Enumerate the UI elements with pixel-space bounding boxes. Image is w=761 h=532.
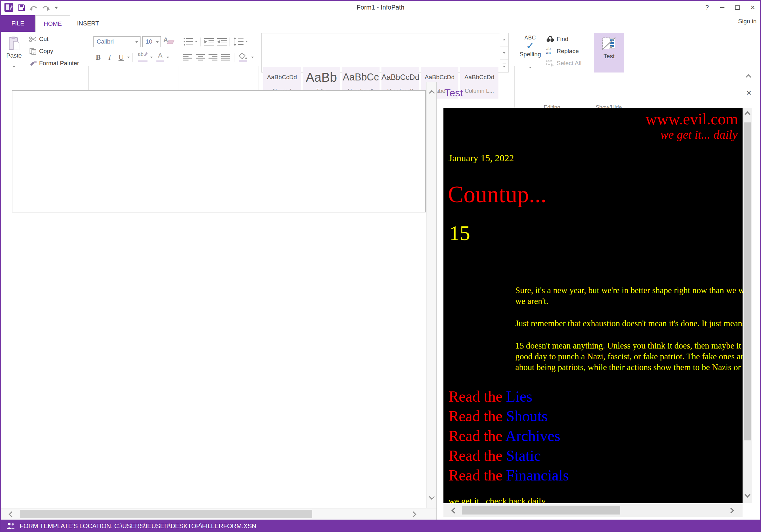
link-row: Read the Financials	[448, 465, 742, 485]
canvas-hscrollbar[interactable]	[0, 508, 437, 520]
highlight-ab-label: ab	[138, 51, 144, 57]
font-family-select[interactable]: Calibri	[93, 36, 141, 47]
highlight-color-button[interactable]: ab	[136, 51, 149, 64]
preview-count: 15	[443, 223, 742, 244]
link-row: Read the Archives	[448, 426, 742, 446]
highlight-dropdown-icon[interactable]	[150, 57, 152, 58]
preview-hscrollbar-thumb[interactable]	[462, 505, 620, 514]
paste-dropdown-icon[interactable]	[13, 66, 15, 68]
small-divider	[200, 37, 201, 46]
preview-scroll-right-icon[interactable]	[728, 507, 734, 513]
preview-footer: we get it. check back daily.	[443, 496, 742, 503]
paragraph-line: Sure, it's a new year, but we're in bett…	[515, 285, 742, 296]
preview-vscrollbar-thumb[interactable]	[744, 122, 751, 441]
spelling-label: Spelling	[517, 51, 543, 58]
canvas-scroll-down-icon[interactable]	[429, 494, 435, 500]
underline-button[interactable]: U	[116, 51, 126, 64]
preview-scroll-left-icon[interactable]	[451, 507, 457, 513]
tab-home[interactable]: HOME	[35, 15, 70, 32]
maximize-button[interactable]	[731, 2, 744, 13]
copy-label: Copy	[39, 47, 53, 55]
italic-label: I	[108, 53, 111, 61]
link-static[interactable]: Static	[506, 447, 541, 464]
link-archives[interactable]: Archives	[505, 427, 560, 444]
tab-file[interactable]: FILE	[1, 15, 35, 32]
canvas-scroll-up-icon[interactable]	[429, 90, 435, 96]
align-right-icon	[208, 54, 217, 61]
test-toggle-button[interactable]: Test	[594, 33, 624, 73]
preview-hscrollbar[interactable]	[443, 504, 742, 517]
bullets-button[interactable]	[183, 36, 194, 47]
people-icon[interactable]	[6, 522, 15, 530]
group-divider	[514, 66, 515, 111]
increase-indent-icon	[217, 37, 227, 46]
bold-button[interactable]: B	[93, 51, 103, 64]
gallery-expand[interactable]	[500, 59, 508, 73]
tab-insert[interactable]: INSERT	[71, 15, 105, 32]
minimize-button[interactable]	[715, 2, 729, 13]
canvas-scroll-right-icon[interactable]	[410, 511, 416, 517]
underline-dropdown-icon[interactable]	[127, 57, 130, 58]
decrease-indent-button[interactable]	[204, 36, 215, 47]
font-color-dropdown-icon[interactable]	[167, 57, 169, 58]
shading-button[interactable]	[238, 52, 249, 63]
paragraph-line: Just remember that exhaustion doesn't me…	[515, 318, 742, 329]
preview-links: Read the Lies Read the Shouts Read the A…	[443, 387, 742, 485]
justify-button[interactable]	[221, 52, 232, 63]
link-prefix: Read the	[448, 388, 506, 405]
small-divider	[229, 37, 230, 46]
gallery-scroll-up[interactable]	[500, 33, 508, 46]
style-column-label[interactable]: AaBbCcDd Column L...	[460, 67, 498, 98]
align-center-button[interactable]	[196, 52, 206, 63]
preview-scroll-down-icon[interactable]	[744, 492, 750, 497]
shading-dropdown-icon[interactable]	[251, 57, 254, 58]
spelling-check-icon: ✓	[517, 41, 543, 51]
link-financials[interactable]: Financials	[506, 467, 569, 484]
gallery-scroll-down[interactable]	[500, 46, 508, 59]
select-all-icon	[546, 60, 555, 68]
link-lies[interactable]: Lies	[506, 388, 532, 405]
font-size-dropdown-icon[interactable]	[156, 41, 159, 43]
style-column-label-name: Column L...	[460, 88, 498, 94]
font-family-dropdown-icon[interactable]	[136, 41, 138, 43]
spelling-button[interactable]: ABC ✓ Spelling	[517, 34, 543, 73]
style-normal-sample: AaBbCcDd	[263, 67, 301, 87]
copy-icon	[29, 48, 36, 56]
spelling-dropdown-icon[interactable]	[529, 67, 532, 68]
window-title: Form1 - InfoPath	[0, 4, 761, 11]
increase-indent-button[interactable]	[217, 36, 228, 47]
collapse-ribbon-icon[interactable]	[745, 74, 751, 80]
font-size-select[interactable]: 10	[143, 36, 161, 47]
test-icon	[602, 36, 616, 52]
preview-scroll-up-icon[interactable]	[744, 111, 750, 117]
canvas-vscrollbar[interactable]	[426, 82, 437, 508]
line-spacing-icon	[233, 37, 244, 46]
replace-label: Replace	[556, 47, 579, 55]
rich-text-field[interactable]	[12, 90, 426, 212]
link-shouts[interactable]: Shouts	[506, 408, 548, 425]
line-spacing-button[interactable]	[233, 36, 244, 47]
test-pane-close-icon[interactable]: ×	[742, 87, 756, 99]
cut-icon	[29, 36, 37, 43]
preview-paragraphs: Sure, it's a new year, but we're in bett…	[515, 285, 742, 373]
align-right-button[interactable]	[208, 52, 219, 63]
clear-formatting-button[interactable]: A	[163, 36, 174, 47]
style-title-sample: AaBb	[303, 67, 340, 87]
highlight-color-bar	[138, 60, 147, 62]
canvas-scroll-left-icon[interactable]	[9, 511, 14, 517]
font-color-a-label: A	[158, 51, 162, 59]
bullets-dropdown-icon[interactable]	[195, 41, 198, 42]
sign-in-link[interactable]: Sign in	[722, 18, 757, 25]
preview-vscrollbar[interactable]	[742, 108, 752, 503]
close-button[interactable]: ×	[746, 2, 760, 13]
title-bar: Form1 - InfoPath ? ×	[0, 0, 761, 15]
small-divider	[132, 53, 133, 62]
canvas-hscrollbar-thumb[interactable]	[20, 510, 312, 518]
align-center-icon	[196, 54, 205, 61]
italic-button[interactable]: I	[105, 51, 114, 64]
align-left-button[interactable]	[183, 52, 194, 63]
font-color-button[interactable]: A	[155, 51, 165, 64]
paste-button[interactable]: Paste	[3, 34, 25, 73]
line-spacing-dropdown-icon[interactable]	[245, 41, 248, 42]
help-button[interactable]: ?	[700, 2, 714, 13]
